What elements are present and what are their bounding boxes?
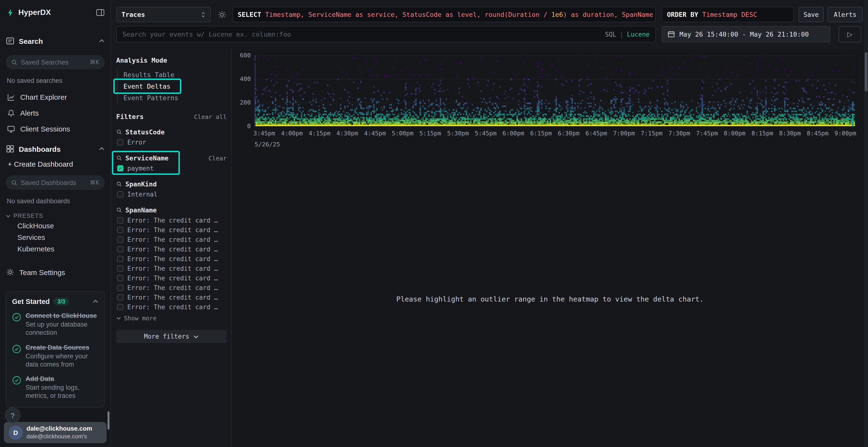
source-selector[interactable]: Traces: [116, 7, 211, 22]
sidebar-item-clickhouse[interactable]: ClickHouse: [6, 220, 105, 232]
select-clause-input[interactable]: SELECT Timestamp, ServiceName as service…: [232, 7, 656, 22]
filter-option[interactable]: Internal: [116, 189, 227, 199]
checkbox[interactable]: [117, 284, 123, 291]
sidebar-item-chart-explorer[interactable]: Chart Explorer: [6, 89, 105, 105]
save-button[interactable]: Save: [799, 7, 824, 22]
help-button[interactable]: ?: [5, 408, 20, 423]
checkbox[interactable]: [117, 265, 123, 271]
sidebar-item-alerts[interactable]: Alerts: [6, 105, 105, 121]
filter-option[interactable]: Error: The credit card …: [116, 225, 227, 235]
checkbox[interactable]: [117, 255, 123, 262]
bell-icon: [7, 109, 16, 117]
chevron-up-icon[interactable]: [93, 300, 98, 304]
chevron-up-icon[interactable]: [99, 147, 105, 151]
shortcut-hint: ⌘K: [90, 59, 99, 66]
get-started-item[interactable]: Add Data Start sending logs, metrics, or…: [12, 375, 98, 400]
alerts-button[interactable]: Alerts: [828, 7, 863, 22]
filter-option[interactable]: Error: The credit card …: [116, 273, 227, 283]
sidebar-item-kubernetes[interactable]: Kubernetes: [6, 243, 105, 255]
duration-heatmap-canvas[interactable]: [255, 56, 855, 126]
sidebar-item-client-sessions[interactable]: Client Sessions: [6, 121, 105, 137]
saved-searches-input[interactable]: Saved Searches ⌘K: [6, 55, 105, 69]
presets-toggle[interactable]: PRESETS: [6, 211, 105, 220]
collapse-sidebar-icon[interactable]: [96, 9, 105, 16]
filter-option[interactable]: ✓payment: [116, 163, 227, 173]
checkbox[interactable]: [117, 217, 123, 223]
sql-token: Timestamp, ServiceName as service, Statu…: [265, 10, 551, 18]
filter-group-spanname: SpanNameError: The credit card …Error: T…: [116, 205, 227, 323]
filter-option-label: Error: The credit card …: [127, 255, 218, 262]
x-axis-tick-label: 4:45pm: [364, 130, 386, 137]
get-started-item-desc: Set up your database connection: [26, 320, 98, 337]
time-range-picker[interactable]: May 26 15:40:00 - May 26 21:10:00: [661, 26, 830, 42]
more-filters-label: More filters: [144, 333, 189, 340]
lucene-mode-toggle[interactable]: Lucene: [627, 31, 650, 38]
source-settings-gear-icon[interactable]: [217, 10, 227, 19]
clear-all-filters-link[interactable]: Clear all: [194, 113, 227, 120]
presets-label: PRESETS: [13, 212, 43, 219]
sidebar-scrollbar-thumb[interactable]: [107, 411, 110, 429]
analysis-mode-results-table[interactable]: Results Table: [118, 69, 227, 80]
analysis-mode-event-patterns[interactable]: Event Patterns: [118, 92, 227, 104]
x-axis-tick-label: 6:30pm: [558, 130, 579, 137]
gear-icon: [6, 268, 14, 276]
checkbox[interactable]: [117, 227, 123, 233]
filter-option[interactable]: Error: The credit card …: [116, 283, 227, 293]
run-query-button[interactable]: ▷: [839, 26, 861, 42]
sidebar-item-search[interactable]: Search: [6, 36, 105, 46]
search-section-label: Search: [19, 37, 43, 45]
avatar: D: [9, 425, 23, 440]
get-started-header[interactable]: Get Started 3/3: [12, 298, 98, 305]
filter-option[interactable]: Error: The credit card …: [116, 254, 227, 264]
create-dashboard-button[interactable]: + Create Dashboard: [6, 160, 105, 170]
app-title: HyperDX: [18, 8, 51, 17]
page-scrollbar[interactable]: [864, 0, 868, 447]
filter-option[interactable]: Error: The credit card …: [116, 264, 227, 273]
filter-option[interactable]: Error: The credit card …: [116, 293, 227, 302]
filter-option[interactable]: Error: The credit card …: [116, 215, 227, 225]
checkbox[interactable]: [117, 294, 123, 300]
x-axis-tick-label: 6:45pm: [585, 130, 607, 137]
filters-header: Filters: [116, 113, 144, 121]
x-axis-tick-label: 6:00pm: [502, 130, 524, 137]
sidebar-item-dashboards[interactable]: Dashboards: [6, 143, 105, 154]
checkbox[interactable]: [117, 191, 123, 197]
analysis-mode-header: Analysis Mode: [116, 56, 227, 65]
user-menu[interactable]: D dale@clickhouse.com dale@clickhouse.co…: [4, 422, 106, 443]
x-axis-tick-label: 8:30pm: [779, 130, 801, 137]
order-by-input[interactable]: ORDER BY Timestamp DESC: [661, 7, 794, 22]
filter-groups: StatusCodeErrorServiceNameClear✓paymentS…: [116, 127, 227, 323]
topbar: Traces SELECT Timestamp, ServiceName as …: [111, 0, 868, 49]
filter-option[interactable]: Error: The credit card …: [116, 302, 227, 312]
analysis-mode-event-deltas[interactable]: Event Deltas: [118, 80, 227, 92]
sql-mode-toggle[interactable]: SQL: [605, 31, 616, 38]
filter-option[interactable]: Error: The credit card …: [116, 244, 227, 254]
get-started-item[interactable]: Connect to ClickHouse Set up your databa…: [12, 312, 98, 337]
sidebar-item-services[interactable]: Services: [6, 232, 105, 243]
checkbox[interactable]: [117, 304, 123, 310]
checkbox[interactable]: ✓: [117, 165, 123, 171]
page-scrollbar-thumb[interactable]: [865, 52, 868, 92]
clear-filter-link[interactable]: Clear: [209, 154, 227, 162]
no-saved-searches-text: No saved searches: [6, 77, 105, 84]
chevron-up-icon[interactable]: [99, 39, 105, 43]
checkbox[interactable]: [117, 236, 123, 243]
x-axis-tick-label: 7:15pm: [641, 130, 662, 137]
time-range-value: May 26 15:40:00 - May 26 21:10:00: [679, 30, 809, 38]
checkbox[interactable]: [117, 139, 123, 145]
sql-token: 1e6: [551, 10, 563, 18]
chevron-down-icon: [6, 214, 10, 217]
checkbox[interactable]: [117, 275, 123, 281]
more-filters-button[interactable]: More filters: [116, 330, 227, 343]
search-input[interactable]: Search your events w/ Lucene ex. column:…: [116, 26, 656, 42]
filter-option[interactable]: Error: [116, 137, 227, 147]
filter-option[interactable]: Error: The credit card …: [116, 235, 227, 244]
chart-icon: [7, 93, 16, 101]
filter-option-label: Error: The credit card …: [127, 245, 218, 253]
check-circle-icon: [12, 376, 21, 400]
checkbox[interactable]: [117, 246, 123, 252]
get-started-item[interactable]: Create Data Sources Configure where your…: [12, 344, 98, 369]
saved-dashboards-input[interactable]: Saved Dashboards ⌘K: [6, 175, 105, 190]
show-more-link[interactable]: Show more: [116, 313, 227, 323]
sidebar-item-team-settings[interactable]: Team Settings: [6, 266, 105, 278]
